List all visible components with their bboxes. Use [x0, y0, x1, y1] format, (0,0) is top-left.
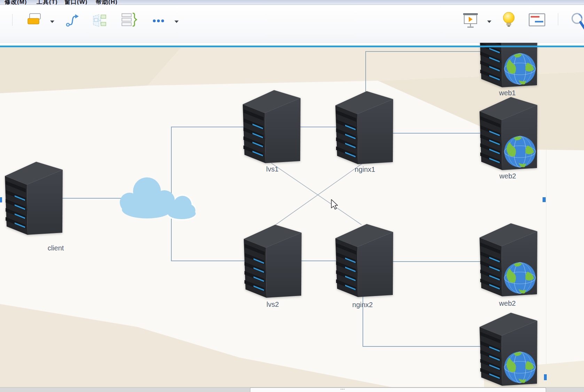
more-tools-button[interactable] [153, 18, 164, 24]
panel-layout-icon [529, 13, 545, 26]
org-chart-tool-button[interactable] [92, 14, 108, 29]
node-client[interactable] [5, 161, 63, 237]
shapes-icon [27, 13, 42, 27]
grip-icon[interactable]: ⋯ [340, 386, 345, 392]
toolbar-separator [12, 14, 13, 26]
node-label-lvs2: lvs2 [248, 301, 297, 309]
presentation-dropdown-button[interactable] [487, 18, 492, 25]
magnifier-icon [571, 13, 584, 31]
menu-item-help[interactable]: 帮助(H) [96, 0, 118, 5]
page-top-border [0, 46, 584, 47]
toolbar [0, 5, 584, 43]
menu-bar: 修改(M) 工具(T) 窗口(W) 帮助(H) [0, 0, 584, 5]
cloud-icon [112, 171, 196, 223]
node-label-nginx2: nginx2 [338, 301, 387, 309]
connector-curve-icon [65, 13, 79, 28]
menu-item-tools[interactable]: 工具(T) [37, 0, 58, 5]
brace-list-icon [121, 13, 137, 27]
menu-item-window[interactable]: 窗口(W) [64, 0, 87, 5]
node-label-web1: web1 [483, 89, 532, 97]
toolbar-separator [558, 13, 558, 25]
shapes-dropdown-button[interactable] [50, 18, 55, 25]
node-label-web2b: web2 [483, 299, 532, 307]
node-lvs2[interactable] [244, 224, 302, 299]
zoom-search-button[interactable] [571, 13, 584, 33]
presentation-icon [462, 13, 478, 28]
mouse-cursor [331, 199, 338, 211]
cursor-arrow-icon [331, 199, 338, 210]
tips-button[interactable] [503, 11, 515, 30]
ellipsis-icon [153, 19, 164, 23]
shapes-gallery-button[interactable] [27, 13, 42, 28]
node-web2a[interactable] [480, 97, 537, 172]
diagram-canvas[interactable]: client lvs1 nginx1 lvs2 nginx2 web1 web2… [0, 42, 584, 387]
node-label-web2a: web2 [483, 172, 532, 180]
org-chart-icon [92, 14, 108, 27]
node-nginx2[interactable] [335, 224, 393, 299]
app-window: 修改(M) 工具(T) 窗口(W) 帮助(H) [0, 0, 584, 392]
panel-layout-button[interactable] [529, 13, 545, 28]
node-nginx1[interactable] [335, 91, 393, 166]
more-dropdown-button[interactable] [174, 18, 179, 25]
node-web2b[interactable] [480, 223, 537, 298]
connector-tool-button[interactable] [65, 13, 79, 29]
caret-down-icon [174, 20, 179, 23]
node-label-lvs1: lvs1 [248, 165, 297, 173]
right-edge-marker [543, 197, 546, 202]
menu-item-modify[interactable]: 修改(M) [5, 0, 27, 5]
bottom-right-edge-marker [544, 374, 547, 380]
caret-down-icon [50, 20, 55, 23]
node-web-bottom[interactable] [480, 312, 537, 387]
node-label-nginx1: nginx1 [341, 166, 389, 174]
node-web1[interactable] [480, 42, 537, 89]
bottom-panel-handle[interactable]: ⋯ [250, 387, 546, 392]
lightbulb-icon [503, 11, 515, 28]
bottom-bar: ⋯ [0, 387, 584, 392]
node-lvs1[interactable] [243, 90, 301, 165]
caret-down-icon [487, 20, 492, 23]
node-internet-cloud[interactable] [112, 171, 196, 225]
presentation-button[interactable] [462, 13, 478, 30]
left-edge-marker [0, 197, 2, 202]
brace-list-tool-button[interactable] [121, 13, 137, 29]
node-label-client: client [31, 244, 80, 252]
